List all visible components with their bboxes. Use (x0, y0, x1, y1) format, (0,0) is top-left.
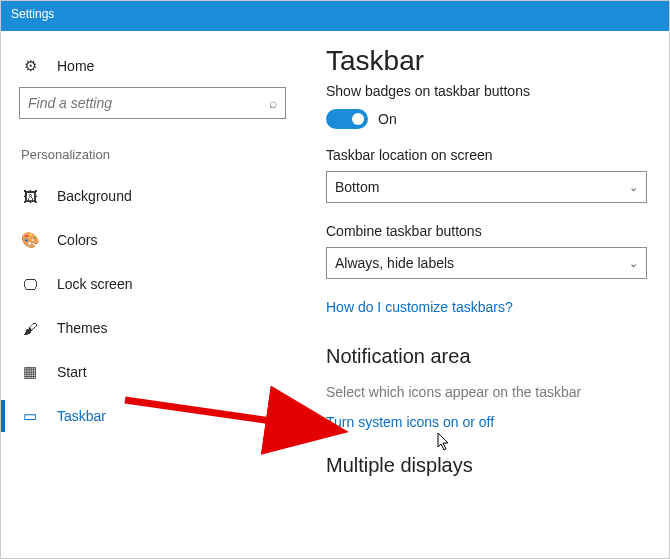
taskbar-icon: ▭ (21, 407, 39, 425)
sidebar-item-taskbar[interactable]: ▭ Taskbar (19, 394, 286, 438)
notification-heading: Notification area (326, 345, 647, 368)
location-value: Bottom (335, 179, 379, 195)
sidebar: ⚙ Home ⌕ Personalization 🖼 Background 🎨 … (1, 31, 306, 558)
picture-icon: 🖼 (21, 188, 39, 205)
sidebar-item-label: Colors (57, 232, 97, 248)
sidebar-item-lockscreen[interactable]: 🖵 Lock screen (19, 262, 286, 306)
badges-toggle[interactable] (326, 109, 368, 129)
search-input[interactable] (28, 95, 269, 111)
lockscreen-icon: 🖵 (21, 276, 39, 293)
badges-label: Show badges on taskbar buttons (326, 83, 647, 99)
window-titlebar: Settings (1, 1, 669, 31)
sidebar-item-background[interactable]: 🖼 Background (19, 174, 286, 218)
sidebar-item-label: Lock screen (57, 276, 132, 292)
combine-value: Always, hide labels (335, 255, 454, 271)
sidebar-item-label: Themes (57, 320, 108, 336)
search-box[interactable]: ⌕ (19, 87, 286, 119)
sidebar-item-colors[interactable]: 🎨 Colors (19, 218, 286, 262)
location-label: Taskbar location on screen (326, 147, 647, 163)
sidebar-item-start[interactable]: ▦ Start (19, 350, 286, 394)
palette-icon: 🎨 (21, 231, 39, 249)
combine-label: Combine taskbar buttons (326, 223, 647, 239)
select-icons-link[interactable]: Select which icons appear on the taskbar (326, 384, 647, 400)
home-label: Home (57, 58, 94, 74)
main-area: Taskbar Show badges on taskbar buttons O… (306, 31, 669, 558)
page-heading: Taskbar (326, 45, 647, 77)
sidebar-item-label: Taskbar (57, 408, 106, 424)
help-link[interactable]: How do I customize taskbars? (326, 299, 647, 315)
themes-icon: 🖌 (21, 320, 39, 337)
sidebar-item-themes[interactable]: 🖌 Themes (19, 306, 286, 350)
sidebar-item-label: Start (57, 364, 87, 380)
badges-state: On (378, 111, 397, 127)
location-select[interactable]: Bottom ⌄ (326, 171, 647, 203)
window-title: Settings (11, 7, 54, 21)
multiple-displays-heading: Multiple displays (326, 454, 647, 477)
sidebar-item-label: Background (57, 188, 132, 204)
start-icon: ▦ (21, 363, 39, 381)
category-label: Personalization (19, 147, 286, 162)
home-button[interactable]: ⚙ Home (19, 53, 286, 87)
toggle-thumb (352, 113, 364, 125)
system-icons-link[interactable]: Turn system icons on or off (326, 414, 647, 430)
gear-icon: ⚙ (21, 57, 39, 75)
chevron-down-icon: ⌄ (629, 181, 638, 194)
combine-select[interactable]: Always, hide labels ⌄ (326, 247, 647, 279)
chevron-down-icon: ⌄ (629, 257, 638, 270)
search-icon: ⌕ (269, 95, 277, 111)
